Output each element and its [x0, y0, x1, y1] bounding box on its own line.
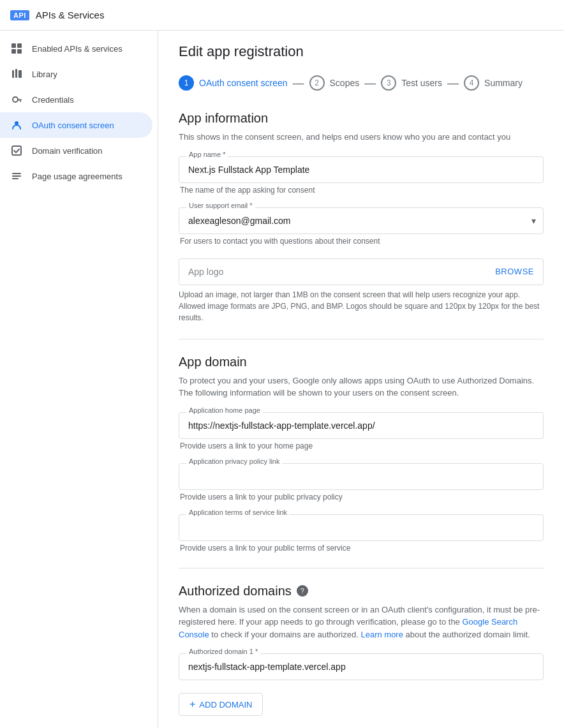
- help-icon[interactable]: ?: [297, 585, 308, 597]
- step-1: 1 OAuth consent screen: [179, 75, 288, 91]
- browse-button[interactable]: BROWSE: [495, 267, 534, 276]
- privacy-policy-field: Application privacy policy link Provide …: [179, 463, 544, 501]
- svg-rect-13: [12, 175, 21, 177]
- authorized-domains-header: Authorized domains ?: [179, 584, 544, 598]
- authorized-domains-desc-part2: to check if your domains are authorized.: [209, 630, 361, 639]
- svg-rect-3: [17, 49, 22, 54]
- app-name-label: App name *: [186, 151, 228, 158]
- authorized-domains-desc-part3: about the authorized domain limit.: [403, 630, 530, 639]
- step-3-label: Test users: [401, 78, 442, 88]
- list-icon: [10, 170, 23, 182]
- svg-rect-12: [12, 173, 21, 174]
- step-divider-3: —: [447, 77, 459, 90]
- app-information-desc: This shows in the consent screen, and he…: [179, 131, 544, 144]
- app-logo-input-area: App logo BROWSE: [179, 258, 544, 285]
- step-divider-1: —: [293, 77, 304, 90]
- authorized-domain-1-field: Authorized domain 1 *: [179, 653, 544, 680]
- sidebar-item-library[interactable]: Library: [0, 61, 152, 87]
- plus-icon: +: [189, 699, 195, 710]
- step-2-circle: 2: [309, 75, 325, 91]
- person-icon: [10, 119, 23, 131]
- terms-of-service-input[interactable]: [179, 514, 544, 541]
- app-domain-title: App domain: [179, 355, 544, 369]
- user-support-email-label: User support email *: [186, 202, 255, 209]
- svg-rect-2: [11, 49, 16, 54]
- home-page-field: Application home page Provide users a li…: [179, 412, 544, 450]
- sidebar-item-domain-verification[interactable]: Domain verification: [0, 138, 152, 163]
- home-page-hint: Provide users a link to your home page: [180, 442, 544, 450]
- home-page-label: Application home page: [186, 406, 263, 414]
- authorized-domain-1-label: Authorized domain 1 *: [186, 648, 260, 655]
- page-title: Edit app registration: [179, 43, 544, 60]
- section-divider-2: [179, 568, 544, 568]
- step-4: 4 Summary: [464, 75, 523, 91]
- sidebar-item-page-usage[interactable]: Page usage agreements: [0, 163, 152, 189]
- app-logo-field: App logo BROWSE Upload an image, not lar…: [179, 258, 544, 323]
- terms-of-service-label: Application terms of service link: [186, 509, 290, 516]
- step-2: 2 Scopes: [309, 75, 360, 91]
- user-support-email-select-wrapper: alexeagleson@gmail.com ▾: [179, 207, 544, 234]
- privacy-policy-input[interactable]: [179, 463, 544, 490]
- app-name-input[interactable]: [179, 156, 544, 183]
- step-3: 3 Test users: [381, 75, 442, 91]
- svg-rect-8: [17, 100, 22, 101]
- authorized-domains-desc: When a domain is used on the consent scr…: [179, 604, 544, 641]
- user-support-email-select[interactable]: alexeagleson@gmail.com: [179, 207, 544, 234]
- learn-more-link[interactable]: Learn more: [360, 630, 403, 639]
- privacy-policy-label: Application privacy policy link: [186, 457, 282, 465]
- step-4-label: Summary: [484, 78, 523, 88]
- topbar: API APIs & Services: [0, 0, 564, 31]
- svg-rect-6: [19, 70, 22, 78]
- library-icon: [10, 68, 23, 80]
- grid-icon: [10, 42, 23, 55]
- app-logo-hint: Upload an image, not larger than 1MB on …: [179, 289, 544, 323]
- svg-rect-4: [12, 70, 14, 78]
- layout: Enabled APIs & services Library Cred: [0, 31, 564, 728]
- app-name-hint: The name of the app asking for consent: [180, 186, 544, 195]
- svg-rect-5: [15, 69, 17, 78]
- home-page-input[interactable]: [179, 412, 544, 439]
- api-badge: API: [10, 10, 29, 20]
- app-name-field: App name * The name of the app asking fo…: [179, 156, 544, 195]
- sidebar-label-credentials: Credentials: [32, 95, 74, 105]
- sidebar-label-domain-verification: Domain verification: [32, 146, 103, 156]
- step-4-circle: 4: [464, 75, 479, 91]
- authorized-domains-title: Authorized domains: [179, 584, 292, 598]
- step-divider-2: —: [364, 77, 376, 90]
- step-2-label: Scopes: [330, 78, 360, 88]
- main-content: Edit app registration 1 OAuth consent sc…: [158, 31, 564, 728]
- topbar-title: APIs & Services: [36, 10, 105, 20]
- step-1-circle: 1: [179, 75, 194, 91]
- step-1-label: OAuth consent screen: [199, 78, 288, 88]
- sidebar-item-credentials[interactable]: Credentials: [0, 87, 152, 112]
- section-divider-1: [179, 339, 544, 339]
- checkbox-icon: [10, 144, 23, 157]
- sidebar-label-oauth-consent: OAuth consent screen: [32, 121, 114, 130]
- svg-rect-0: [11, 43, 16, 48]
- app-logo-placeholder: App logo: [188, 267, 223, 277]
- sidebar-label-enabled-apis: Enabled APIs & services: [32, 44, 122, 54]
- user-support-email-field: User support email * alexeagleson@gmail.…: [179, 207, 544, 246]
- svg-rect-14: [12, 178, 19, 179]
- sidebar-label-library: Library: [32, 70, 57, 79]
- topbar-logo: API APIs & Services: [10, 10, 104, 20]
- svg-rect-9: [20, 101, 21, 102]
- stepper: 1 OAuth consent screen — 2 Scopes — 3 Te…: [179, 75, 544, 91]
- sidebar-label-page-usage: Page usage agreements: [32, 172, 122, 181]
- sidebar: Enabled APIs & services Library Cred: [0, 31, 158, 728]
- svg-rect-1: [17, 43, 22, 48]
- terms-of-service-hint: Provide users a link to your public term…: [180, 544, 544, 553]
- user-support-email-hint: For users to contact you with questions …: [180, 237, 544, 246]
- app-information-title: App information: [179, 111, 544, 126]
- terms-of-service-field: Application terms of service link Provid…: [179, 514, 544, 553]
- svg-point-7: [13, 97, 18, 102]
- app-domain-desc: To protect you and your users, Google on…: [179, 375, 544, 399]
- key-icon: [10, 93, 23, 106]
- sidebar-item-oauth-consent[interactable]: OAuth consent screen: [0, 112, 152, 138]
- sidebar-item-enabled-apis[interactable]: Enabled APIs & services: [0, 36, 152, 61]
- privacy-policy-hint: Provide users a link to your public priv…: [180, 493, 544, 501]
- authorized-domain-1-input[interactable]: [179, 653, 544, 680]
- step-3-circle: 3: [381, 75, 396, 91]
- add-domain-button[interactable]: + ADD DOMAIN: [179, 693, 263, 716]
- add-domain-label: ADD DOMAIN: [199, 700, 252, 709]
